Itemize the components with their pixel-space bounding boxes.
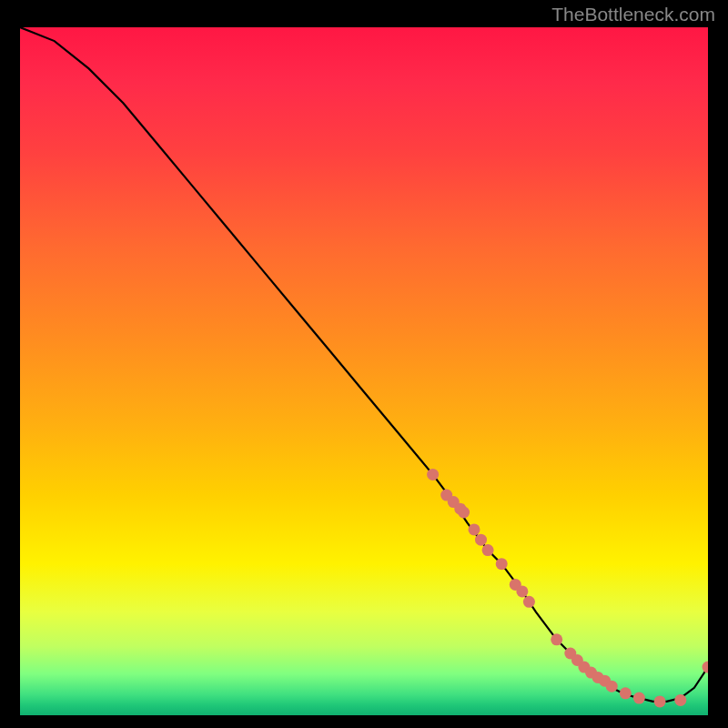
- data-point: [620, 687, 632, 699]
- plot-area: [20, 27, 708, 715]
- data-point: [496, 558, 508, 570]
- data-point: [427, 469, 439, 480]
- watermark-text: TheBottleneck.com: [551, 4, 715, 25]
- data-point: [551, 633, 562, 645]
- data-point: [654, 695, 666, 707]
- data-point: [516, 585, 528, 597]
- data-point: [469, 523, 480, 535]
- data-point: [523, 596, 535, 608]
- data-point: [703, 662, 709, 673]
- chart-svg: [20, 27, 708, 715]
- line-series: [20, 27, 708, 702]
- data-point: [606, 681, 618, 693]
- scatter-points: [427, 469, 708, 708]
- data-point: [633, 693, 645, 704]
- data-point: [674, 694, 686, 706]
- data-point: [475, 534, 487, 546]
- data-point: [458, 507, 470, 519]
- data-point: [482, 544, 494, 556]
